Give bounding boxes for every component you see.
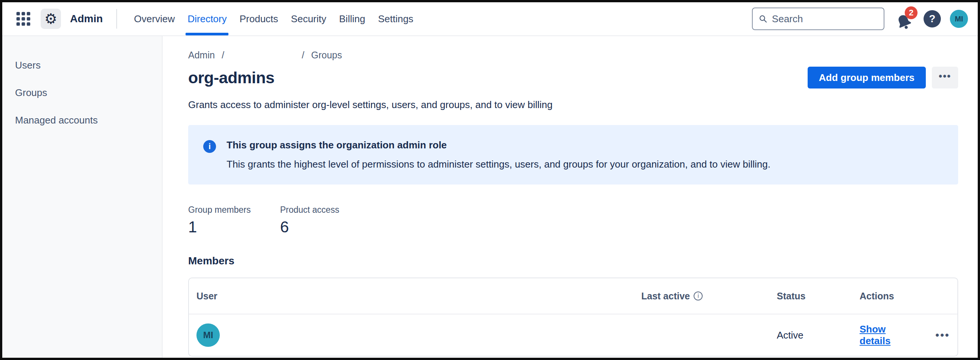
breadcrumb-admin[interactable]: Admin xyxy=(188,50,215,61)
sidebar-item-managed-accounts[interactable]: Managed accounts xyxy=(2,107,162,134)
stats-row: Group members 1 Product access 6 xyxy=(188,205,958,236)
banner-title: This group assigns the organization admi… xyxy=(227,139,770,151)
table-row: MI Active Show details ••• xyxy=(189,314,958,356)
title-row: org-admins Add group members ••• xyxy=(188,67,958,89)
column-actions: Actions xyxy=(859,291,950,302)
search-icon xyxy=(759,14,767,24)
last-active-info-icon[interactable]: i xyxy=(694,292,703,301)
search-input[interactable] xyxy=(772,13,878,25)
stat-label: Group members xyxy=(188,205,251,215)
stat-value: 6 xyxy=(280,218,339,236)
members-table: User Last active i Status Actions xyxy=(188,277,958,357)
breadcrumb-separator: / xyxy=(222,50,224,61)
topbar-divider xyxy=(116,9,117,29)
member-actions-cell: Show details ••• xyxy=(859,323,950,347)
sidebar-item-groups[interactable]: Groups xyxy=(2,80,162,106)
show-details-link[interactable]: Show details xyxy=(859,323,918,347)
search-box[interactable] xyxy=(752,8,885,30)
member-avatar: MI xyxy=(196,323,220,347)
top-navigation: Overview Directory Products Security Bil… xyxy=(127,2,420,35)
stat-label: Product access xyxy=(280,205,339,215)
tab-settings[interactable]: Settings xyxy=(371,2,420,35)
stat-group-members: Group members 1 xyxy=(188,205,251,236)
stat-value: 1 xyxy=(188,218,251,236)
notifications-button[interactable]: 2 xyxy=(893,7,915,30)
breadcrumb: Admin / / Groups xyxy=(188,50,958,61)
main-content: Admin / / Groups org-admins Add group me… xyxy=(162,36,978,358)
column-status: Status xyxy=(777,291,859,302)
app-title: Admin xyxy=(70,13,103,25)
top-bar: ⚙ Admin Overview Directory Products Secu… xyxy=(2,2,978,36)
app-window: ⚙ Admin Overview Directory Products Secu… xyxy=(0,0,980,360)
column-user: User xyxy=(196,291,641,302)
topbar-right: 2 ? MI xyxy=(752,7,968,30)
member-user-cell: MI xyxy=(196,323,641,347)
column-last-active: Last active i xyxy=(641,291,777,302)
help-button[interactable]: ? xyxy=(924,10,941,27)
group-description: Grants access to administer org-level se… xyxy=(188,99,958,111)
tab-directory[interactable]: Directory xyxy=(181,2,233,35)
more-icon: ••• xyxy=(939,70,951,82)
page-body: Users Groups Managed accounts Admin / / … xyxy=(2,36,978,358)
members-heading: Members xyxy=(188,255,958,267)
admin-settings-button[interactable]: ⚙ xyxy=(41,9,61,29)
group-more-actions-button[interactable]: ••• xyxy=(932,67,958,89)
user-avatar[interactable]: MI xyxy=(950,10,968,28)
gear-icon: ⚙ xyxy=(45,12,57,26)
table-header-row: User Last active i Status Actions xyxy=(189,278,958,314)
info-icon: i xyxy=(203,140,216,153)
topbar-left: ⚙ Admin xyxy=(14,9,103,29)
sidebar: Users Groups Managed accounts xyxy=(2,36,162,358)
grid-icon xyxy=(15,11,32,27)
row-more-actions-button[interactable]: ••• xyxy=(935,329,950,341)
banner-body: This grants the highest level of permiss… xyxy=(227,159,770,170)
tab-overview[interactable]: Overview xyxy=(127,2,181,35)
breadcrumb-groups[interactable]: Groups xyxy=(311,50,342,61)
tab-products[interactable]: Products xyxy=(233,2,285,35)
breadcrumb-separator: / xyxy=(302,50,304,61)
title-actions: Add group members ••• xyxy=(808,67,958,89)
question-icon: ? xyxy=(929,13,935,25)
app-switcher-icon[interactable] xyxy=(14,9,33,29)
more-icon: ••• xyxy=(935,329,950,341)
banner-text: This group assigns the organization admi… xyxy=(227,139,770,170)
member-status: Active xyxy=(777,330,859,341)
tab-billing[interactable]: Billing xyxy=(332,2,371,35)
stat-product-access: Product access 6 xyxy=(280,205,339,236)
add-group-members-button[interactable]: Add group members xyxy=(808,67,926,89)
tab-security[interactable]: Security xyxy=(285,2,332,35)
page-title: org-admins xyxy=(188,68,274,87)
info-banner: i This group assigns the organization ad… xyxy=(188,125,958,185)
sidebar-item-users[interactable]: Users xyxy=(2,52,162,79)
notification-badge: 2 xyxy=(905,6,918,19)
